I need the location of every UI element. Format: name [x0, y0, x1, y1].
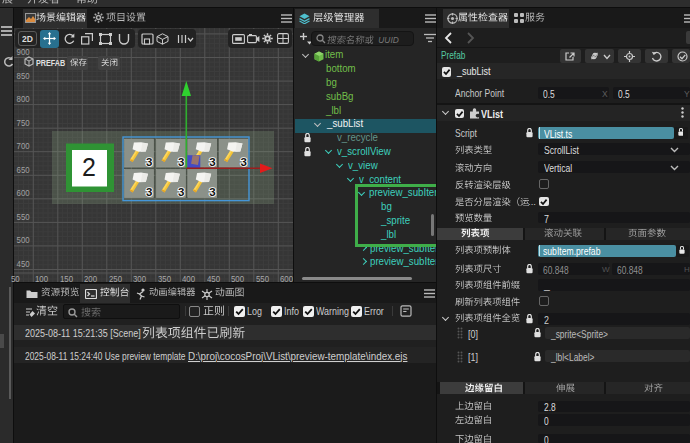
- svg-text:2: 2: [82, 153, 96, 181]
